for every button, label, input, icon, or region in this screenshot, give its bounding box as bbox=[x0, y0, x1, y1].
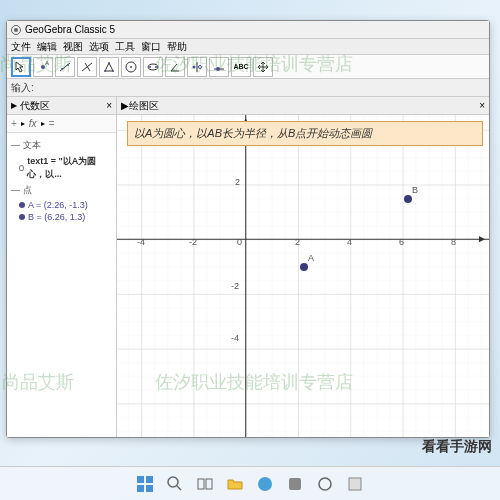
algebra-header[interactable]: ▶ 代数区 × bbox=[7, 97, 116, 115]
toolbar: A ABC bbox=[7, 55, 489, 79]
algebra-close[interactable]: × bbox=[106, 100, 112, 111]
fx-label: fx bbox=[29, 118, 37, 129]
svg-point-28 bbox=[168, 477, 178, 487]
graph-title: 绘图区 bbox=[129, 99, 159, 113]
tool-point[interactable]: A bbox=[33, 57, 53, 77]
svg-point-13 bbox=[149, 66, 151, 68]
app-icon-1[interactable] bbox=[283, 472, 307, 496]
tool-move[interactable] bbox=[11, 57, 31, 77]
svg-line-6 bbox=[85, 63, 90, 71]
algebra-section-text[interactable]: — 文本 bbox=[11, 139, 112, 152]
algebra-point-b[interactable]: B = (6.26, 1.3) bbox=[19, 211, 112, 223]
menu-options[interactable]: 选项 bbox=[89, 40, 109, 54]
titlebar[interactable]: GeoGebra Classic 5 bbox=[7, 21, 489, 39]
algebra-point-a[interactable]: A = (2.26, -1.3) bbox=[19, 199, 112, 211]
search-icon[interactable] bbox=[163, 472, 187, 496]
svg-point-3 bbox=[61, 68, 63, 70]
graph-header[interactable]: ▶ 绘图区 × bbox=[117, 97, 489, 115]
window-title: GeoGebra Classic 5 bbox=[25, 24, 115, 35]
fx-eq: = bbox=[49, 118, 55, 129]
svg-rect-24 bbox=[137, 476, 144, 483]
tool-reflect[interactable] bbox=[187, 57, 207, 77]
taskview-icon[interactable] bbox=[193, 472, 217, 496]
graph-area[interactable]: 以A为圆心，以AB长为半径，从B点开始动态画圆 -4 -2 0 2 4 6 8 … bbox=[117, 115, 489, 437]
tool-circle[interactable] bbox=[121, 57, 141, 77]
svg-point-19 bbox=[216, 67, 220, 71]
app-icon-2[interactable] bbox=[313, 472, 337, 496]
algebra-section-point[interactable]: — 点 bbox=[11, 184, 112, 197]
tool-move-view[interactable] bbox=[253, 57, 273, 77]
grid bbox=[117, 115, 489, 437]
axis-x-6: 6 bbox=[399, 237, 404, 247]
menu-view[interactable]: 视图 bbox=[63, 40, 83, 54]
menu-file[interactable]: 文件 bbox=[11, 40, 31, 54]
svg-rect-35 bbox=[349, 478, 361, 490]
algebra-text1[interactable]: text1 = "以A为圆心，以... bbox=[19, 154, 112, 182]
axis-x-neg2: -2 bbox=[189, 237, 197, 247]
graph-close[interactable]: × bbox=[479, 100, 485, 111]
axis-x-4: 4 bbox=[347, 237, 352, 247]
svg-point-9 bbox=[112, 70, 114, 72]
svg-text:A: A bbox=[45, 60, 49, 66]
menu-edit[interactable]: 编辑 bbox=[37, 40, 57, 54]
svg-line-29 bbox=[177, 486, 181, 490]
fx-row[interactable]: + ▸ fx ▸ = bbox=[7, 115, 116, 133]
axis-x-2: 2 bbox=[295, 237, 300, 247]
collapse-icon[interactable]: ▶ bbox=[121, 100, 129, 111]
instruction-banner: 以A为圆心，以AB长为半径，从B点开始动态画圆 bbox=[127, 121, 483, 146]
axis-x-8: 8 bbox=[451, 237, 456, 247]
axis-y-neg2: -2 bbox=[231, 281, 239, 291]
menu-window[interactable]: 窗口 bbox=[141, 40, 161, 54]
svg-rect-31 bbox=[206, 479, 212, 489]
axis-origin: 0 bbox=[237, 237, 242, 247]
app-icon bbox=[11, 25, 21, 35]
svg-rect-26 bbox=[137, 485, 144, 492]
menu-tools[interactable]: 工具 bbox=[115, 40, 135, 54]
tool-line[interactable] bbox=[55, 57, 75, 77]
svg-point-8 bbox=[108, 62, 110, 64]
visibility-toggle-icon[interactable] bbox=[19, 165, 24, 171]
visibility-toggle-icon[interactable] bbox=[19, 214, 25, 220]
graph-panel: ▶ 绘图区 × bbox=[117, 97, 489, 437]
svg-rect-30 bbox=[198, 479, 204, 489]
tool-perpendicular[interactable] bbox=[77, 57, 97, 77]
point-b-label: B bbox=[412, 185, 418, 195]
input-row[interactable]: 输入: bbox=[7, 79, 489, 97]
svg-point-11 bbox=[130, 66, 132, 68]
app-window: GeoGebra Classic 5 文件 编辑 视图 选项 工具 窗口 帮助 … bbox=[6, 20, 490, 438]
axis-x-neg4: -4 bbox=[137, 237, 145, 247]
axis-y-2: 2 bbox=[235, 177, 240, 187]
menu-help[interactable]: 帮助 bbox=[167, 40, 187, 54]
svg-point-7 bbox=[104, 70, 106, 72]
tool-ellipse[interactable] bbox=[143, 57, 163, 77]
tool-polygon[interactable] bbox=[99, 57, 119, 77]
tool-slider[interactable] bbox=[209, 57, 229, 77]
svg-point-4 bbox=[67, 64, 69, 66]
svg-point-17 bbox=[199, 65, 202, 68]
fx-arrow[interactable]: ▸ bbox=[21, 119, 25, 128]
explorer-icon[interactable] bbox=[223, 472, 247, 496]
point-b[interactable] bbox=[404, 195, 412, 203]
algebra-panel: ▶ 代数区 × + ▸ fx ▸ = — 文本 text1 = "以A为圆心，以… bbox=[7, 97, 117, 437]
visibility-toggle-icon[interactable] bbox=[19, 202, 25, 208]
tool-angle[interactable] bbox=[165, 57, 185, 77]
svg-point-32 bbox=[258, 477, 272, 491]
svg-point-34 bbox=[319, 478, 331, 490]
edge-icon[interactable] bbox=[253, 472, 277, 496]
tool-text[interactable]: ABC bbox=[231, 57, 251, 77]
point-a-label: A bbox=[308, 253, 314, 263]
taskbar[interactable] bbox=[0, 466, 500, 500]
main-area: ▶ 代数区 × + ▸ fx ▸ = — 文本 text1 = "以A为圆心，以… bbox=[7, 97, 489, 437]
svg-rect-27 bbox=[146, 485, 153, 492]
collapse-icon[interactable]: ▶ bbox=[11, 101, 17, 110]
start-button[interactable] bbox=[133, 472, 157, 496]
fx-arrow2[interactable]: ▸ bbox=[41, 119, 45, 128]
point-a[interactable] bbox=[300, 263, 308, 271]
desktop: 尚品艾斯 佐汐职业技能培训专营店 尚品艾斯 佐汐职业技能培训专营店 GeoGeb… bbox=[0, 0, 500, 500]
input-label: 输入: bbox=[11, 81, 34, 95]
app-icon-3[interactable] bbox=[343, 472, 367, 496]
svg-rect-25 bbox=[146, 476, 153, 483]
svg-point-14 bbox=[155, 66, 157, 68]
fx-plus[interactable]: + bbox=[11, 118, 17, 129]
menubar: 文件 编辑 视图 选项 工具 窗口 帮助 bbox=[7, 39, 489, 55]
